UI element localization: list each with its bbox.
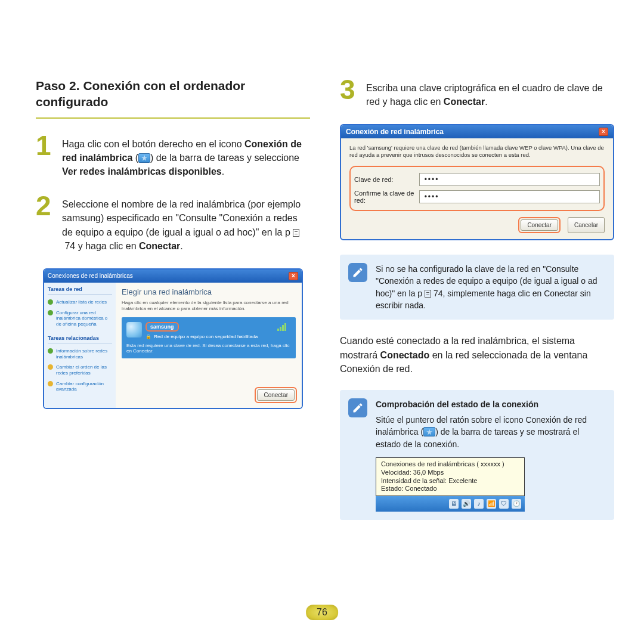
tray-music-icon[interactable]: ♪ <box>474 499 484 509</box>
tray-clock-icon[interactable]: 🕐 <box>512 499 521 509</box>
section-underline <box>36 117 310 119</box>
network-item[interactable]: samsung Red de equipo a equipo con segur… <box>122 317 296 358</box>
note-text: Sitúe el puntero del ratón sobre el icon… <box>376 414 605 450</box>
step-number: 2 <box>36 194 56 253</box>
lock-icon <box>145 334 153 339</box>
pencil-icon <box>348 263 367 282</box>
connect-button-highlight: Conectar <box>518 217 561 233</box>
step-text: Haga clic con el botón derecho en el ico… <box>62 134 310 179</box>
main-panel: Elegir una red inalámbrica Haga clic en … <box>116 283 302 408</box>
dialog-title: Conexión de red inalámbrica <box>346 128 444 136</box>
note-title: Comprobación del estado de la conexión <box>376 398 605 410</box>
network-description: Esta red requiere una clave de red. Si d… <box>126 339 291 354</box>
sidebar-link-order[interactable]: Cambiar el orden de las redes preferidas <box>48 362 112 378</box>
pencil-icon <box>348 398 367 417</box>
tooltip-screenshot: Conexiones de red inalámbricas ( xxxxxx … <box>376 457 525 512</box>
right-column: 3 Escriba una clave criptográfica en el … <box>340 78 614 520</box>
step-text: Escriba una clave criptográfica en el cu… <box>366 78 614 109</box>
page-ref-icon <box>425 290 431 298</box>
wireless-icon <box>423 427 435 436</box>
wireless-icon <box>138 153 150 163</box>
body-paragraph: Cuando esté conectado a la red inalámbri… <box>340 334 614 376</box>
tray-monitor-icon[interactable]: 🖥 <box>449 499 459 509</box>
network-type: Red de equipo a equipo con seguridad hab… <box>154 334 258 339</box>
network-key-dialog: Conexión de red inalámbrica × La red 'sa… <box>340 124 614 240</box>
choose-network-heading: Elegir una red inalámbrica <box>122 287 296 296</box>
confirm-key-label: Confirme la clave de red: <box>354 190 419 204</box>
sidebar-heading: Tareas relacionadas <box>48 335 112 343</box>
step-1: 1 Haga clic con el botón derecho en el i… <box>36 134 310 179</box>
window-titlebar: Conexiones de red inalámbricas × <box>44 270 302 283</box>
page-number: 76 <box>306 605 338 620</box>
tooltip-box: Conexiones de red inalámbricas ( xxxxxx … <box>376 457 525 496</box>
connect-button-highlight: Conectar <box>255 387 297 403</box>
sidebar-link-refresh[interactable]: Actualizar lista de redes <box>48 297 112 308</box>
tray-wifi-icon[interactable]: 📶 <box>487 499 496 509</box>
sidebar-heading: Tareas de red <box>48 286 112 295</box>
connect-button[interactable]: Conectar <box>521 219 558 231</box>
wireless-networks-window: Conexiones de red inalámbricas × Tareas … <box>43 268 303 409</box>
note-box: Si no se ha configurado la clave de la r… <box>340 255 614 320</box>
section-title: Paso 2. Conexión con el ordenador config… <box>36 78 310 110</box>
left-column: Paso 2. Conexión con el ordenador config… <box>36 78 310 520</box>
sidebar-link-advanced[interactable]: Cambiar configuración avanzada <box>48 379 112 395</box>
signal-strength-icon <box>277 323 291 332</box>
page-ref-icon <box>293 229 299 237</box>
dialog-info-text: La red 'samsung' requiere una clave de r… <box>349 144 605 159</box>
sidebar-link-setup[interactable]: Configurar una red inalámbrica doméstica… <box>48 308 112 330</box>
close-icon[interactable]: × <box>599 128 608 136</box>
sidebar: Tareas de red Actualizar lista de redes … <box>44 283 116 408</box>
tray-sound-icon[interactable]: 🔊 <box>462 499 471 509</box>
step-2: 2 Seleccione el nombre de la red inalámb… <box>36 194 310 253</box>
window-title: Conexiones de red inalámbricas <box>48 273 133 279</box>
step-number: 3 <box>340 78 360 109</box>
step-number: 1 <box>36 134 56 179</box>
choose-network-subtext: Haga clic en cualquier elemento de la si… <box>122 300 296 311</box>
confirm-key-input[interactable]: •••• <box>419 190 600 203</box>
system-tray: 🖥 🔊 ♪ 📶 🛡 🕐 <box>376 496 525 512</box>
close-icon[interactable]: × <box>289 272 298 280</box>
adhoc-network-icon <box>126 322 142 338</box>
connect-button[interactable]: Conectar <box>257 389 295 401</box>
sidebar-link-info[interactable]: Información sobre redes inalámbricas <box>48 346 112 362</box>
network-key-label: Clave de red: <box>354 176 419 183</box>
network-name-highlight: samsung <box>145 322 179 332</box>
dialog-titlebar: Conexión de red inalámbrica × <box>341 125 613 138</box>
step-text: Seleccione el nombre de la red inalámbri… <box>62 194 310 253</box>
inputs-highlight: Clave de red: •••• Confirme la clave de … <box>349 166 605 211</box>
tray-shield-icon[interactable]: 🛡 <box>499 499 509 509</box>
note-box-status: Comprobación del estado de la conexión S… <box>340 390 614 520</box>
step-3: 3 Escriba una clave criptográfica en el … <box>340 78 614 109</box>
network-key-input[interactable]: •••• <box>419 173 600 186</box>
cancel-button[interactable]: Cancelar <box>568 217 605 233</box>
